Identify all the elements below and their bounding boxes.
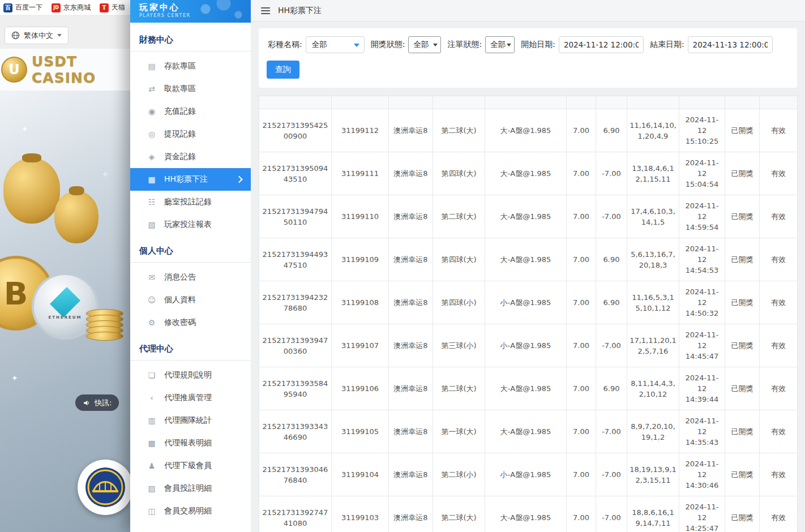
bet-amount-cell: 7.00	[567, 109, 596, 152]
win-loss-cell: -7.00	[596, 453, 627, 496]
bet-time-cell: 2024-11-12 14:25:47	[679, 496, 725, 532]
sidebar-item[interactable]: ◫ 會員交易明細	[130, 500, 251, 522]
table-row: 2152173139423278680 31199108 澳洲幸运8 第四球(小…	[259, 281, 798, 324]
draw-status-cell: 已開獎	[725, 281, 760, 324]
bet-time-cell: 2024-11-12 14:30:46	[679, 453, 725, 496]
order-status-cell: 有效	[760, 410, 798, 453]
eth-label: ETHEREUM	[48, 315, 82, 320]
sidebar-section-finance: 財務中心 ▤ 存款專區 ⇄ 取款專區 ◉ 充值記錄 ◎ 提現記錄	[130, 29, 251, 236]
bookmark-tmall[interactable]: T 天猫	[100, 3, 125, 12]
sidebar-item[interactable]: ♟ 代理下級會員	[130, 454, 251, 477]
sidebar-item[interactable]: ✉ 消息公告	[130, 266, 251, 289]
basketball-team-logo-icon	[84, 466, 126, 508]
sidebar-item[interactable]: ◉ 充值記錄	[130, 100, 251, 123]
issue-number-cell: 31199103	[332, 496, 389, 532]
bet-info-cell: 小-A盤@1.985	[485, 453, 567, 496]
language-selector[interactable]: 繁体中文	[5, 27, 68, 44]
sidebar-item[interactable]: ⇄ 取款專區	[130, 78, 251, 100]
main-area: HH彩票下注 彩種名稱: 全部 開獎狀態: 全部 注單狀態:	[251, 0, 805, 532]
order-status-cell: 有效	[760, 496, 798, 532]
bet-amount-cell: 7.00	[567, 410, 596, 453]
bet-time-cell: 2024-11-12 14:54:53	[679, 238, 725, 281]
sidebar-item[interactable]: ❏ 代理規則說明	[130, 364, 251, 387]
win-loss-cell: -7.00	[596, 152, 627, 195]
sidebar-item[interactable]: ◈ 資金記錄	[130, 145, 251, 168]
win-loss-cell: 6.90	[596, 281, 627, 324]
draw-status-select[interactable]: 全部	[408, 36, 441, 53]
sidebar-item[interactable]: ‹ 代理推廣管理	[130, 387, 251, 409]
draw-status-cell: 已開獎	[725, 109, 760, 152]
table-row: 2152173139542500900 31199112 澳洲幸运8 第二球(大…	[259, 109, 798, 152]
play-type-cell: 第二球(大)	[433, 367, 485, 410]
sidebar-item[interactable]: ▦ HH彩票下注	[130, 168, 251, 191]
bet-time-cell: 2024-11-12 15:10:25	[679, 109, 725, 152]
order-number-cell: 2152173139334346690	[259, 410, 332, 453]
sidebar-title: 玩家中心	[139, 2, 251, 13]
gear-icon: ⚙	[147, 318, 156, 327]
recharge-record-icon: ◉	[147, 107, 156, 116]
sparkle-icon: ✦	[11, 374, 18, 383]
sidebar-item[interactable]: ▩ 代理報表明細	[130, 432, 251, 454]
topbar: HH彩票下注	[251, 0, 805, 22]
sidebar-item[interactable]: ▥ 代理團隊統計	[130, 409, 251, 432]
issue-number-cell: 31199109	[332, 238, 389, 281]
bet-amount-cell: 7.00	[567, 324, 596, 367]
sidebar-item-label: 取款專區	[164, 84, 196, 94]
search-button[interactable]: 查詢	[267, 61, 299, 79]
lottery-bet-icon: ▦	[147, 175, 156, 184]
start-date-input[interactable]	[559, 36, 644, 53]
order-status-filter-label: 注單狀態:	[447, 40, 482, 50]
play-type-cell: 第三球(小)	[433, 324, 485, 367]
sidebar-item-label: 代理下級會員	[164, 461, 212, 471]
site-logo[interactable]: U USDT CASINO	[0, 53, 130, 86]
draw-result-cell: 11,16,14,10,1,20,4,9	[627, 109, 679, 152]
bookmark-jd[interactable]: JD 京东商城	[52, 3, 91, 12]
members-icon: ♟	[147, 461, 156, 470]
end-date-label: 結束日期:	[650, 40, 684, 50]
chevron-down-icon	[57, 34, 62, 37]
issue-number-cell: 31199108	[332, 281, 389, 324]
bet-time-cell: 2024-11-12 14:45:47	[679, 324, 725, 367]
sidebar-item[interactable]: ⚙ 修改密碼	[130, 311, 251, 334]
page-title: HH彩票下注	[278, 6, 322, 16]
draw-status-cell: 已開獎	[725, 324, 760, 367]
globe-icon	[11, 31, 20, 40]
play-type-cell: 第二球(小)	[433, 453, 485, 496]
order-number-cell: 2152173139479450110	[259, 195, 332, 238]
sidebar-item-label: 廳室投註記錄	[164, 197, 212, 207]
menu-toggle-icon[interactable]	[261, 7, 270, 14]
lottery-select[interactable]: 全部	[306, 36, 365, 53]
sidebar-item[interactable]: ▨ 會員投註明細	[130, 477, 251, 500]
gold-coin-stack-icon	[86, 312, 123, 341]
sidebar-header: 玩家中心 PLAYERS CENTER	[130, 0, 251, 23]
usdt-coin-icon: U	[1, 57, 27, 83]
sidebar-item[interactable]: ☷ 廳室投註記錄	[130, 191, 251, 213]
sidebar-item[interactable]: ▤ 存款專區	[130, 55, 251, 78]
bookmark-baidu[interactable]: 百 百度一下	[3, 3, 42, 12]
issue-number-cell: 31199111	[332, 152, 389, 195]
sidebar-item[interactable]: ▧ 玩家投注報表	[130, 213, 251, 236]
moneybag-icon	[3, 158, 60, 224]
draw-status-cell: 已開獎	[725, 152, 760, 195]
win-loss-cell: 6.90	[596, 238, 627, 281]
order-status-cell: 有效	[760, 152, 798, 195]
user-icon: ☺	[147, 295, 156, 304]
sidebar-section-agent: 代理中心 ❏ 代理規則說明 ‹ 代理推廣管理 ▥ 代理團隊統計 ▩ 代理報表	[130, 338, 251, 522]
sidebar-item[interactable]: ☺ 個人資料	[130, 289, 251, 311]
sparkle-icon: ✦	[22, 125, 28, 134]
draw-result-cell: 17,1,11,20,12,5,7,16	[627, 324, 679, 367]
team-logo-widget[interactable]	[78, 460, 133, 515]
news-ticker: 快訊:	[75, 394, 119, 411]
end-date-input[interactable]	[688, 36, 773, 53]
lottery-name-cell: 澳洲幸运8	[389, 496, 433, 532]
bookmark-label: 百度一下	[15, 3, 42, 12]
draw-result-cell: 18,19,13,9,12,3,15,11	[627, 453, 679, 496]
play-type-cell: 第二球(大)	[433, 109, 485, 152]
order-status-select[interactable]: 全部	[485, 36, 515, 53]
deposit-icon: ▤	[147, 62, 156, 71]
order-number-cell: 2152173139274741080	[259, 496, 332, 532]
play-type-cell: 第二球(大)	[433, 496, 485, 532]
sidebar-item[interactable]: ◎ 提現記錄	[130, 123, 251, 145]
order-number-cell: 2152173139509443510	[259, 152, 332, 195]
issue-number-cell: 31199107	[332, 324, 389, 367]
